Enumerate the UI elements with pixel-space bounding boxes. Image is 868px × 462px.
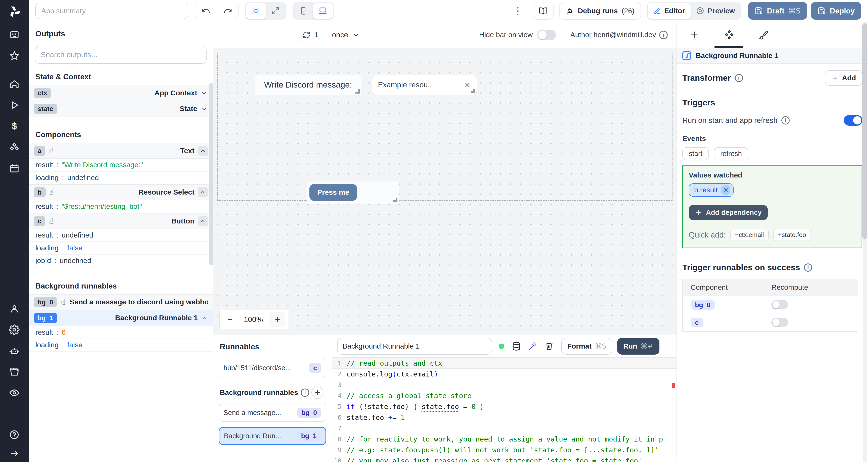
app-window-icon[interactable] bbox=[0, 24, 29, 45]
resize-handle[interactable] bbox=[355, 89, 360, 94]
code-line[interactable]: 1// read outputs and ctx bbox=[332, 358, 677, 369]
info-icon[interactable]: i bbox=[804, 263, 812, 272]
folder-icon[interactable] bbox=[0, 361, 29, 382]
code-line[interactable]: 8// for reactivity to work, you need to … bbox=[332, 434, 677, 444]
quick-add-state-foo[interactable]: +state.foo bbox=[773, 229, 811, 241]
chevron-down-icon[interactable] bbox=[200, 105, 208, 112]
desktop-view-button[interactable] bbox=[313, 3, 333, 19]
runnable-name-input[interactable] bbox=[337, 338, 492, 355]
run-on-start-toggle[interactable] bbox=[844, 115, 863, 126]
outputs-scrollbar[interactable] bbox=[209, 83, 213, 265]
bg1-row[interactable]: bg_1 Background Runnable 1 bbox=[29, 310, 213, 326]
remove-dependency-icon[interactable] bbox=[721, 185, 731, 195]
settings-gear-icon[interactable] bbox=[0, 319, 29, 340]
more-options-kebab-icon[interactable]: ⋮ bbox=[509, 5, 527, 16]
component-b-row[interactable]: b ☝ Resource Select bbox=[29, 184, 213, 200]
format-button[interactable]: Format ⌘S bbox=[561, 338, 612, 355]
undo-button[interactable] bbox=[195, 3, 217, 19]
event-chip-refresh[interactable]: refresh bbox=[714, 147, 748, 160]
tab-styling-brush-icon[interactable] bbox=[747, 30, 782, 40]
bg0-row[interactable]: bg_0 ☝ Send a message to discord using w… bbox=[29, 294, 213, 310]
runnable-item-bg1[interactable]: Background Run... bg_1 bbox=[219, 427, 326, 445]
schedules-calendar-icon[interactable] bbox=[0, 158, 29, 179]
chevron-up-icon[interactable] bbox=[198, 216, 208, 226]
text-component[interactable]: Write Discord message: bbox=[255, 75, 362, 95]
mobile-view-button[interactable] bbox=[293, 3, 313, 19]
recompute-toggle-c[interactable] bbox=[771, 318, 788, 327]
docs-book-button[interactable] bbox=[533, 2, 554, 20]
code-line[interactable]: 4// access a global state store bbox=[332, 390, 677, 401]
info-icon[interactable]: i bbox=[781, 116, 789, 125]
database-icon[interactable] bbox=[512, 341, 521, 351]
component-c-row[interactable]: c ☝ Button bbox=[29, 213, 213, 229]
help-icon[interactable] bbox=[0, 424, 29, 446]
chevron-up-icon[interactable] bbox=[198, 146, 208, 156]
watched-value-chip[interactable]: b.result bbox=[689, 183, 734, 197]
user-icon[interactable] bbox=[0, 298, 29, 319]
code-line[interactable]: 2console.log(ctx.email) bbox=[332, 369, 677, 380]
runnable-item-bg0[interactable]: Send a message... bg_0 bbox=[219, 403, 326, 422]
ai-wand-icon[interactable] bbox=[528, 341, 537, 351]
info-icon[interactable]: i bbox=[659, 31, 668, 39]
tab-insert-plus-icon[interactable] bbox=[677, 30, 712, 40]
ctx-row[interactable]: ctx App Context bbox=[29, 85, 213, 101]
resize-handle[interactable] bbox=[471, 89, 475, 93]
workers-robot-icon[interactable] bbox=[0, 340, 29, 361]
state-row[interactable]: state State bbox=[29, 101, 213, 117]
event-chip-start[interactable]: start bbox=[682, 147, 709, 160]
add-background-runnable-button[interactable] bbox=[311, 387, 324, 399]
audit-eye-icon[interactable] bbox=[0, 382, 29, 403]
code-line[interactable]: 3 bbox=[332, 380, 677, 390]
windmill-logo-icon[interactable] bbox=[7, 4, 22, 19]
code-line[interactable]: 6state.foo += 1 bbox=[332, 412, 677, 423]
info-icon[interactable]: i bbox=[735, 74, 743, 82]
zoom-in-button[interactable]: + bbox=[270, 312, 285, 327]
component-a-row[interactable]: a ☝ Text bbox=[29, 143, 213, 159]
code-line[interactable]: 9// e.g: state.foo.push(1) will not work… bbox=[332, 444, 677, 455]
runnable-item-hub[interactable]: hub/1511/discord/se... c bbox=[219, 359, 326, 377]
resource-select-component[interactable]: Example resou... bbox=[372, 75, 477, 95]
fullscreen-layout-button[interactable] bbox=[266, 3, 285, 19]
debug-runs-button[interactable]: Debug runs (26) bbox=[559, 2, 641, 20]
code-line[interactable]: 5if (!state.foo) { state.foo = 0 } bbox=[332, 401, 677, 412]
refresh-runnables-button[interactable]: 1 bbox=[297, 27, 324, 43]
recompute-toggle-bg0[interactable] bbox=[771, 300, 788, 309]
scrollbar-thumb[interactable] bbox=[862, 23, 867, 239]
tab-component-settings-icon[interactable] bbox=[712, 30, 747, 40]
code-line[interactable]: 7 bbox=[332, 423, 677, 434]
code-editor[interactable]: 1// read outputs and ctx2console.log(ctx… bbox=[332, 358, 677, 462]
quick-add-ctx-email[interactable]: +ctx.email bbox=[730, 229, 769, 241]
app-summary-input[interactable] bbox=[35, 3, 188, 19]
schedule-dropdown[interactable]: once bbox=[332, 31, 360, 39]
search-outputs-input[interactable] bbox=[35, 46, 207, 64]
delete-trash-icon[interactable] bbox=[545, 342, 554, 351]
chevron-up-icon[interactable] bbox=[198, 187, 208, 197]
press-me-button[interactable]: Press me bbox=[309, 184, 357, 201]
right-panel-scrollbar[interactable] bbox=[863, 22, 867, 462]
deploy-button[interactable]: Deploy bbox=[811, 2, 861, 20]
collapse-arrow-icon[interactable] bbox=[0, 446, 29, 462]
star-icon[interactable] bbox=[0, 45, 29, 66]
add-dependency-button[interactable]: Add dependency bbox=[689, 205, 768, 220]
tab-preview[interactable]: Preview bbox=[690, 3, 740, 19]
home-icon[interactable] bbox=[0, 73, 29, 95]
hide-bar-toggle[interactable] bbox=[537, 30, 556, 40]
chevron-up-icon[interactable] bbox=[201, 315, 208, 321]
redo-button[interactable] bbox=[217, 3, 238, 19]
resources-cubes-icon[interactable] bbox=[0, 136, 29, 158]
add-transformer-button[interactable]: Add bbox=[825, 70, 863, 86]
clear-selection-icon[interactable] bbox=[464, 81, 471, 89]
app-canvas[interactable]: Write Discord message: Example resou... … bbox=[213, 48, 677, 335]
info-icon[interactable]: i bbox=[301, 389, 309, 397]
runs-play-icon[interactable] bbox=[0, 95, 29, 116]
zoom-out-button[interactable]: − bbox=[223, 315, 237, 325]
resize-handle[interactable] bbox=[393, 198, 397, 202]
centered-layout-button[interactable] bbox=[246, 3, 266, 19]
chevron-down-icon[interactable] bbox=[200, 89, 208, 97]
variables-dollar-icon[interactable]: $ bbox=[0, 116, 29, 137]
button-component-container[interactable]: Press me bbox=[307, 182, 399, 204]
draft-button[interactable]: Draft ⌘S bbox=[748, 2, 807, 20]
code-line[interactable]: 10// you may also just reassign as next … bbox=[332, 455, 677, 462]
tab-editor[interactable]: Editor bbox=[648, 3, 690, 19]
run-button[interactable]: Run ⌘↵ bbox=[617, 338, 659, 355]
